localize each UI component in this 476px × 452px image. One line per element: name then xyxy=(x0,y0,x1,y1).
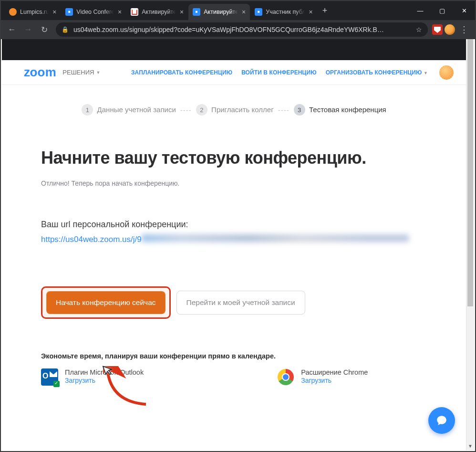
browser-menu-button[interactable]: ⋮ xyxy=(457,24,471,35)
url-text: us04web.zoom.us/signup/skipped?code=uKyV… xyxy=(73,26,411,33)
calendar-plugins-section: Экономьте время, планируя ваши конференц… xyxy=(41,352,437,386)
step-separator: ---- xyxy=(180,106,192,114)
action-buttons-row: Начать конференцию сейчас Перейти к моей… xyxy=(41,286,437,319)
favicon-zoom-icon: ■ xyxy=(65,8,73,16)
chat-bubble-icon xyxy=(435,414,448,427)
address-bar[interactable]: 🔒 us04web.zoom.us/signup/skipped?code=uK… xyxy=(56,22,428,37)
outlook-icon xyxy=(41,368,58,386)
caret-down-icon: ▼ xyxy=(96,70,100,75)
close-window-button[interactable]: ✕ xyxy=(453,1,475,20)
step-2: 2 Пригласить коллег xyxy=(196,104,274,116)
outlook-plugin-item: Плагин Microsoft Outlook Загрузить xyxy=(41,368,144,386)
tab-close-icon[interactable]: × xyxy=(52,8,56,16)
signup-steps: 1 Данные учетной записи ---- 2 Пригласит… xyxy=(2,85,466,124)
tab-title: Lumpics.ru xyxy=(20,9,49,15)
profile-avatar-icon[interactable] xyxy=(445,24,455,35)
favicon-zoom-icon: ■ xyxy=(255,8,262,16)
page-title: Начните вашу тестовую конференцию. xyxy=(41,148,437,168)
personal-url-label: Ваш url персональной конференции: xyxy=(41,220,437,230)
outlook-plugin-label: Плагин Microsoft Outlook xyxy=(65,368,144,376)
browser-tab[interactable]: Активируйте × xyxy=(126,4,188,20)
chrome-extension-item: Расширение Chrome Загрузить xyxy=(277,368,368,386)
bookmark-star-icon[interactable]: ☆ xyxy=(416,26,422,33)
annotation-highlight: Начать конференцию сейчас xyxy=(41,286,171,319)
tab-close-icon[interactable]: × xyxy=(118,8,122,16)
schedule-meeting-link[interactable]: ЗАПЛАНИРОВАТЬ КОНФЕРЕНЦИЮ xyxy=(131,69,232,76)
join-meeting-link[interactable]: ВОЙТИ В КОНФЕРЕНЦИЮ xyxy=(241,69,317,76)
tab-close-icon[interactable]: × xyxy=(180,8,184,16)
step-1: 1 Данные учетной записи xyxy=(82,104,176,116)
blurred-url-segment xyxy=(142,234,409,242)
user-avatar[interactable] xyxy=(439,65,454,80)
page-subtitle: Отлично! Теперь пора начать конференцию. xyxy=(41,179,437,187)
start-meeting-button[interactable]: Начать конференцию сейчас xyxy=(46,291,166,314)
browser-titlebar: Lumpics.ru × ■ Video Confere × Активируй… xyxy=(1,1,475,20)
new-tab-button[interactable]: + xyxy=(318,6,332,16)
scrollbar[interactable]: ▲ ▼ xyxy=(466,39,474,450)
step-separator: ---- xyxy=(278,106,290,114)
step-3-active: 3 Тестовая конференция xyxy=(294,104,386,116)
back-button[interactable]: ← xyxy=(5,22,19,37)
chrome-icon xyxy=(278,369,294,385)
tab-title: Активируйте xyxy=(142,9,176,15)
maximize-button[interactable]: ▢ xyxy=(431,1,453,20)
lock-icon: 🔒 xyxy=(62,26,69,33)
tab-title: Участник публ xyxy=(266,9,305,15)
page-viewport: ▲ ▼ zoom РЕШЕНИЯ▼ ЗАПЛАНИРОВАТЬ КОНФЕРЕН… xyxy=(2,39,474,450)
browser-tab[interactable]: ■ Участник публ × xyxy=(250,4,317,20)
chrome-download-link[interactable]: Загрузить xyxy=(301,377,368,384)
scroll-down-icon[interactable]: ▼ xyxy=(466,442,474,450)
window-controls: — ▢ ✕ xyxy=(409,1,475,20)
main-content: Начните вашу тестовую конференцию. Отлич… xyxy=(2,124,466,386)
minimize-button[interactable]: — xyxy=(409,1,431,20)
chat-widget-button[interactable] xyxy=(428,407,455,434)
favicon-orange-icon xyxy=(9,8,17,16)
caret-down-icon: ▼ xyxy=(424,71,428,75)
browser-tab[interactable]: ■ Video Confere × xyxy=(61,4,126,20)
favicon-zoom-icon: ■ xyxy=(193,8,200,16)
zoom-logo[interactable]: zoom xyxy=(24,65,56,80)
top-dark-banner xyxy=(2,39,466,60)
tab-title: Video Confere xyxy=(76,9,114,15)
tab-close-icon[interactable]: × xyxy=(242,8,246,16)
go-to-account-button[interactable]: Перейти к моей учетной записи xyxy=(176,291,305,315)
reload-button[interactable]: ↻ xyxy=(37,22,52,37)
scrollbar-thumb[interactable] xyxy=(467,39,473,306)
calendar-section-title: Экономьте время, планируя ваши конференц… xyxy=(41,352,437,360)
forward-button[interactable]: → xyxy=(21,22,35,37)
host-meeting-menu[interactable]: ОРГАНИЗОВАТЬ КОНФЕРЕНЦИЮ ▼ xyxy=(326,69,428,76)
site-header: zoom РЕШЕНИЯ▼ ЗАПЛАНИРОВАТЬ КОНФЕРЕНЦИЮ … xyxy=(2,60,466,85)
tab-strip: Lumpics.ru × ■ Video Confere × Активируй… xyxy=(1,1,409,20)
tab-close-icon[interactable]: × xyxy=(309,8,313,16)
outlook-download-link[interactable]: Загрузить xyxy=(65,377,144,384)
favicon-gmail-icon xyxy=(131,8,138,16)
solutions-menu[interactable]: РЕШЕНИЯ▼ xyxy=(62,69,100,76)
chrome-extension-label: Расширение Chrome xyxy=(301,368,368,376)
personal-url-link[interactable]: https://us04web.zoom.us/j/9 xyxy=(41,235,142,244)
browser-tab[interactable]: Lumpics.ru × xyxy=(5,4,61,20)
browser-toolbar: ← → ↻ 🔒 us04web.zoom.us/signup/skipped?c… xyxy=(1,20,475,39)
ublock-extension-icon[interactable] xyxy=(432,24,443,35)
personal-url-row: https://us04web.zoom.us/j/9 xyxy=(41,234,437,244)
tab-title: Активируйте xyxy=(204,9,238,15)
browser-tab-active[interactable]: ■ Активируйте × xyxy=(188,4,250,20)
